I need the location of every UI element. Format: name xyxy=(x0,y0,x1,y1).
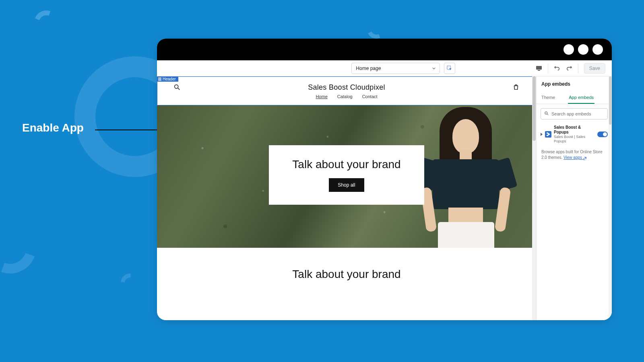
page-selector-dropdown[interactable]: Home page xyxy=(351,63,440,74)
svg-rect-1 xyxy=(536,66,542,70)
inspector-button[interactable] xyxy=(444,63,455,74)
section-tag-header[interactable]: Header xyxy=(157,76,178,82)
save-button[interactable]: Save xyxy=(584,63,605,74)
decorative-arc xyxy=(365,18,388,41)
window-control-dot[interactable] xyxy=(592,44,603,55)
search-placeholder: Search app embeds xyxy=(551,111,591,116)
window-control-dot[interactable] xyxy=(578,44,588,55)
app-enable-toggle[interactable] xyxy=(597,132,608,137)
app-embed-label: Sales Boost & Popups Sales Boost | Sales… xyxy=(554,125,595,144)
preview-scrollbar[interactable] xyxy=(532,76,536,320)
expand-caret-icon[interactable] xyxy=(541,133,543,136)
tab-app-embeds[interactable]: App embeds xyxy=(568,92,594,104)
browse-apps-text: Browse apps built for Online Store 2.0 t… xyxy=(537,145,612,165)
nav-home[interactable]: Home xyxy=(316,94,327,99)
settings-sidebar: App embeds Theme App embeds Search app e… xyxy=(536,76,612,320)
svg-rect-2 xyxy=(538,70,540,71)
nav-catalog[interactable]: Catalog xyxy=(337,94,353,99)
app-icon xyxy=(545,131,551,138)
divider xyxy=(548,64,548,73)
page-selector-label: Home page xyxy=(356,66,381,71)
hero-heading: Talk about your brand xyxy=(292,158,400,171)
section-heading: Talk about your brand xyxy=(157,248,536,281)
store-header-section[interactable]: Sales Boost Cloudpixel Home Catalog Cont… xyxy=(157,76,536,105)
svg-point-6 xyxy=(545,112,547,114)
browser-window: Home page Save xyxy=(157,39,612,320)
sidebar-tabs: Theme App embeds xyxy=(537,92,612,104)
divider xyxy=(578,64,578,73)
search-icon[interactable] xyxy=(173,84,181,91)
app-embed-row[interactable]: Sales Boost & Popups Sales Boost | Sales… xyxy=(537,123,612,145)
decorative-arc xyxy=(0,213,45,282)
scrollbar-thumb[interactable] xyxy=(533,76,536,141)
editor-topbar: Home page Save xyxy=(157,60,612,76)
annotation-label: Enable App xyxy=(22,121,84,134)
hero-text-card: Talk about your brand Shop all xyxy=(269,145,424,205)
decorative-arc xyxy=(30,6,62,39)
shop-all-button[interactable]: Shop all xyxy=(329,178,364,192)
hero-section[interactable]: Talk about your brand Shop all xyxy=(157,105,536,248)
svg-rect-3 xyxy=(158,78,161,78)
tab-theme[interactable]: Theme xyxy=(541,92,556,104)
desktop-view-icon[interactable] xyxy=(533,63,545,74)
section-icon xyxy=(158,77,162,81)
sidebar-scrollbar[interactable] xyxy=(609,76,612,320)
chevron-down-icon xyxy=(432,66,436,71)
decorative-arc xyxy=(117,270,143,296)
store-nav: Home Catalog Contact xyxy=(316,94,377,99)
scrollbar-thumb[interactable] xyxy=(609,76,611,125)
window-control-dot[interactable] xyxy=(564,44,574,55)
svg-point-5 xyxy=(175,85,178,88)
view-apps-link[interactable]: View apps xyxy=(564,155,586,160)
browser-titlebar xyxy=(157,39,612,60)
sidebar-title: App embeds xyxy=(537,76,612,92)
search-input[interactable]: Search app embeds xyxy=(541,108,608,119)
nav-contact[interactable]: Contact xyxy=(362,94,378,99)
cart-icon[interactable] xyxy=(512,84,520,91)
theme-preview: Header Sales Boost Cloudpixel Home Catal… xyxy=(157,76,536,320)
store-title: Sales Boost Cloudpixel xyxy=(308,83,385,92)
undo-button[interactable] xyxy=(551,63,563,74)
redo-button[interactable] xyxy=(564,63,575,74)
svg-rect-4 xyxy=(158,79,161,81)
search-icon xyxy=(544,111,549,117)
external-link-icon xyxy=(583,156,586,159)
